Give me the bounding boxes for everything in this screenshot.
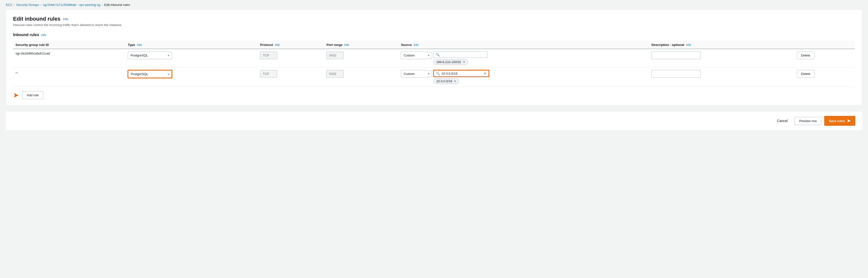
ip-tag-1-0: 189.6.210.150/32 ✕: [434, 59, 468, 65]
port-cell-2: 5432: [324, 68, 398, 87]
source-select-arrow-1: ▼: [425, 52, 432, 59]
footer-actions: Cancel Preview cha Save rules ➤: [6, 111, 862, 130]
breadcrumb-sep-3: ›: [102, 3, 103, 7]
table-row: – PostgreSQL ▼ TCP 5432: [13, 68, 855, 87]
source-search-wrapper-1: 🔍 189.6.210.150/32 ✕: [434, 51, 488, 65]
port-cell-1: 5432: [324, 49, 398, 68]
section-info-link[interactable]: Info: [41, 33, 46, 37]
col-header-protocol: Protocol Info: [257, 41, 324, 49]
breadcrumb-sep-1: ›: [13, 3, 14, 7]
ip-tag-value-2-0: 10.0.0.0/16: [436, 79, 452, 83]
port-info-link[interactable]: Info: [344, 43, 349, 47]
add-rule-button[interactable]: Add rule: [22, 91, 43, 99]
page-title-row: Edit inbound rules Info: [13, 16, 855, 22]
source-select-2[interactable]: Custom: [401, 70, 425, 78]
source-cell-2: Custom ▼ 🔍 ✕: [398, 68, 649, 87]
port-field-2: 5432: [327, 70, 344, 78]
main-content: Edit inbound rules Info Inbound rules co…: [6, 9, 862, 105]
page-title: Edit inbound rules: [13, 16, 60, 22]
save-button[interactable]: Save rules ➤: [824, 116, 855, 126]
type-cell-2: PostgreSQL ▼: [125, 68, 257, 87]
delete-cell-2: Delete: [795, 68, 855, 87]
description-info-link[interactable]: Info: [686, 43, 691, 47]
source-select-arrow-2: ▼: [425, 70, 432, 77]
delete-cell-1: Delete: [795, 49, 855, 68]
ip-tags-row-1: 189.6.210.150/32 ✕: [434, 59, 488, 65]
source-select-wrapper-1: Custom ▼: [401, 51, 432, 59]
delete-button-2[interactable]: Delete: [797, 70, 815, 78]
type-select-1[interactable]: PostgreSQL: [128, 51, 172, 59]
description-input-2[interactable]: [651, 70, 701, 78]
source-info-link[interactable]: Info: [413, 43, 418, 47]
save-arrow-icon: ➤: [847, 118, 850, 124]
type-select-wrapper-2: PostgreSQL ▼: [128, 70, 172, 78]
page-info-link[interactable]: Info: [63, 17, 68, 21]
cancel-button[interactable]: Cancel: [773, 117, 792, 125]
col-header-description: Description - optional Info: [649, 41, 795, 49]
type-select-wrapper-1: PostgreSQL ▼: [128, 51, 172, 59]
breadcrumb: EC2 › Security Groups › sg-0cfdc7a71c55d…: [0, 0, 868, 9]
rule-id-cell-2: –: [13, 68, 125, 87]
type-select-2[interactable]: PostgreSQL: [128, 70, 172, 78]
protocol-info-link[interactable]: Info: [275, 43, 280, 47]
protocol-cell-1: TCP: [257, 49, 324, 68]
breadcrumb-ec2[interactable]: EC2: [6, 3, 12, 7]
table-header-row: Security group rule ID Type Info Protoco…: [13, 41, 855, 49]
add-rule-row: ➤ Add rule: [13, 91, 855, 99]
source-select-1[interactable]: Custom: [401, 51, 425, 59]
table-row: sgr-0a16460cafa411cad PostgreSQL ▼ TCP: [13, 49, 855, 68]
col-header-type: Type Info: [125, 41, 257, 49]
delete-button-1[interactable]: Delete: [797, 51, 815, 59]
description-input-1[interactable]: [651, 51, 701, 59]
protocol-field-1: TCP: [260, 51, 277, 59]
source-search-input-2[interactable]: [441, 72, 483, 75]
source-search-input-1[interactable]: [441, 53, 485, 57]
rule-id-cell-1: sgr-0a16460cafa411cad: [13, 49, 125, 68]
ip-tags-row-2: 10.0.0.0/16 ✕: [434, 78, 489, 84]
source-select-wrapper-2: Custom ▼: [401, 70, 432, 78]
protocol-field-2: TCP: [260, 70, 277, 78]
ip-tag-remove-1-0[interactable]: ✕: [463, 60, 465, 64]
breadcrumb-sep-2: ›: [40, 3, 41, 7]
col-header-rule-id: Security group rule ID: [13, 41, 125, 49]
section-title-row: Inbound rules Info: [13, 33, 855, 37]
breadcrumb-sg-id[interactable]: sg-0cfdc7a71c55d8beb - vpc-peering-sg: [43, 3, 100, 7]
ip-tag-remove-2-0[interactable]: ✕: [454, 79, 456, 83]
col-header-actions: [795, 41, 855, 49]
section-title: Inbound rules: [13, 33, 39, 37]
source-cell-1: Custom ▼ 🔍: [398, 49, 649, 68]
col-header-port-range: Port range Info: [324, 41, 398, 49]
ip-tag-value-1-0: 189.6.210.150/32: [436, 60, 461, 64]
rules-table: Security group rule ID Type Info Protoco…: [13, 41, 855, 87]
add-rule-arrow-icon: ➤: [13, 91, 19, 99]
search-icon-1: 🔍: [436, 53, 440, 57]
search-icon-2: 🔍: [436, 72, 440, 75]
type-cell-1: PostgreSQL ▼: [125, 49, 257, 68]
save-button-label: Save rules: [829, 119, 845, 123]
preview-button[interactable]: Preview cha: [795, 117, 821, 125]
page-subtitle: Inbound rules control the incoming traff…: [13, 23, 855, 27]
description-cell-2: [649, 68, 795, 87]
type-info-link[interactable]: Info: [137, 43, 142, 47]
ip-tag-2-0: 10.0.0.0/16 ✕: [434, 78, 459, 84]
breadcrumb-current: Edit inbound rules: [104, 3, 130, 7]
source-search-box-2: 🔍 ✕: [434, 70, 489, 77]
page-container: EC2 › Security Groups › sg-0cfdc7a71c55d…: [0, 0, 868, 278]
protocol-cell-2: TCP: [257, 68, 324, 87]
source-search-wrapper-2: 🔍 ✕ 10.0.0.0/16 ✕: [434, 70, 489, 84]
source-search-box-1: 🔍: [434, 51, 488, 58]
col-header-source: Source Info: [398, 41, 649, 49]
description-cell-1: [649, 49, 795, 68]
source-search-clear-2[interactable]: ✕: [484, 71, 487, 75]
breadcrumb-security-groups[interactable]: Security Groups: [16, 3, 39, 7]
port-field-1: 5432: [327, 51, 344, 59]
